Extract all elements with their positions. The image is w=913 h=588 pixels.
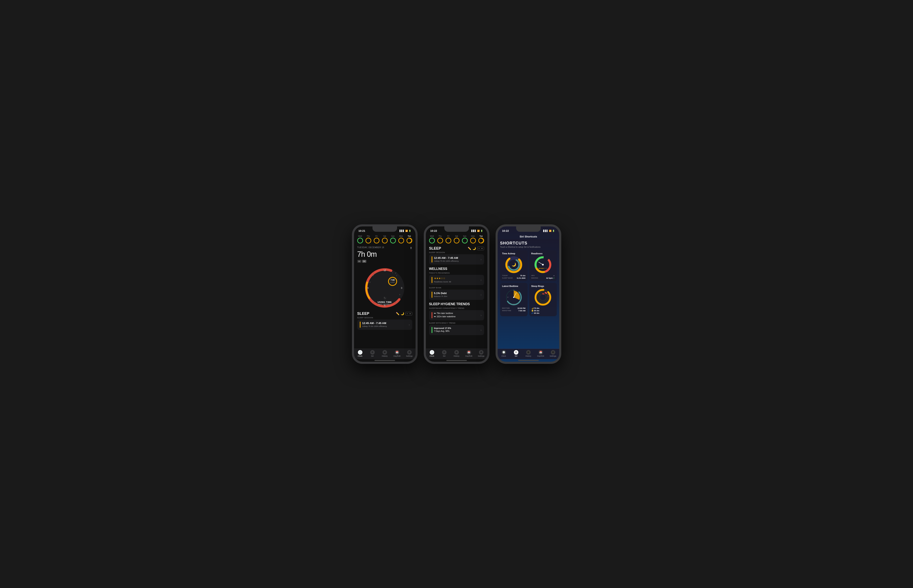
wifi-icon-p3: 📶 [549, 230, 551, 232]
shortcut-card-time-asleep[interactable]: Time Asleep 🌙 [500, 250, 528, 281]
svg-text:Z: Z [547, 296, 549, 297]
p2-day-sun[interactable]: Sun [462, 235, 468, 244]
p2-day-tue[interactable]: Tue [478, 235, 484, 244]
clock-tab-icon-p3: 🕐 [502, 350, 506, 355]
day-thu[interactable]: Thu [366, 235, 371, 244]
p2-day-mon[interactable]: Mon [470, 235, 476, 244]
plus-btn-p2[interactable]: + [481, 247, 482, 250]
bed-icon-1: 🛏 [434, 312, 436, 314]
shortcut-card-readiness[interactable]: Readiness [529, 250, 557, 281]
share-icon[interactable]: ⬆ [410, 246, 412, 250]
p2-day-sat[interactable]: Sat [454, 235, 460, 244]
phone3: 10:22 ▋▋▋ 📶 🔋 Siri Shortcuts SHORTCUTS [495, 225, 561, 364]
svg-text:1: 1 [392, 272, 393, 274]
p2-day-thu[interactable]: Thu [437, 235, 443, 244]
time-format-toggle: 12 24 [357, 260, 412, 263]
readiness-stars: ★★★☆☆ [434, 277, 451, 280]
time-asleep-title: Time Asleep [502, 252, 526, 255]
dayedit-tab-label-p2: Day/Edit [465, 355, 472, 357]
efficiency-left: Improved 17.5% 7 Days Avg. 98% [432, 327, 451, 333]
plus-minus-box-p1[interactable]: − + [405, 312, 412, 315]
readiness-info: ★★★☆☆ Readiness Score: 88 [434, 277, 451, 283]
tab-siri-p1[interactable]: ❊ Siri [367, 350, 377, 357]
today-label: TODAY [502, 275, 508, 276]
svg-text:★★★☆☆: ★★★☆☆ [538, 267, 547, 270]
svg-text:8: 8 [372, 300, 373, 302]
pencil-icon-p2[interactable]: ✏️ [468, 247, 471, 250]
bedtime-card-title: Latest Bedtime [502, 285, 526, 288]
session-card-p1[interactable]: 12:45 AM - 7:45 AM Asleep 7h 0m 100% eff… [357, 320, 412, 330]
yellow-bar-readiness [432, 277, 432, 283]
day-sat[interactable]: Sat [382, 235, 388, 244]
consistency-left: 🛏 79m later bedtime 🛏 162m later waketim… [432, 312, 456, 318]
tab-history-p2[interactable]: ⊞ History [452, 350, 462, 357]
tab-siri-p2[interactable]: ❊ Siri [439, 350, 449, 357]
tab-settings-p3[interactable]: ⚙ Settings [548, 350, 558, 357]
dayedit-tab-icon-p3: 📅 [539, 350, 543, 355]
consistency-label: SLEEP/WAKE CONSISTENCY TREND [429, 307, 484, 309]
readiness-details: HRV -- WAKING 62 bpm [531, 275, 555, 279]
phone2: 10:22 ▋▋▋ 📶 🔋 Wed Thu [424, 225, 489, 364]
bank-label-c1: SLEEP BANK [502, 277, 513, 279]
shortcuts-header: SHORTCUTS Touch a Shortcut to setup Siri… [500, 241, 557, 248]
clock-tab-icon-p2: 🕐 [430, 350, 434, 355]
tab-dayedit-p3[interactable]: 📅 Day/Edit [536, 350, 546, 357]
history-tab-label-p2: History [453, 355, 459, 357]
time-btn-24[interactable]: 24 [362, 260, 366, 263]
pencil-icon-p1[interactable]: ✏️ [396, 312, 399, 315]
waking-label: WAKING [531, 277, 538, 279]
efficiency-card[interactable]: Improved 17.5% 7 Days Avg. 98% › [429, 325, 484, 335]
tab-history-p1[interactable]: ⊞ History [380, 350, 390, 357]
consistency-card[interactable]: 🛏 79m later bedtime 🛏 162m later waketim… [429, 310, 484, 320]
chevron-readiness: › [481, 278, 482, 282]
minus-btn-p1[interactable]: − [407, 313, 408, 315]
settings-tab-icon-p3: ⚙ [551, 350, 555, 355]
svg-text:Z: Z [547, 294, 549, 296]
session-label-p1: SLEEP SESSION [357, 317, 412, 319]
plus-minus-box-p2[interactable]: − + [477, 247, 484, 250]
tab-history-p3[interactable]: ⊞ History [523, 350, 534, 357]
p2-day-wed[interactable]: Wed [429, 235, 435, 244]
time-asleep-svg: 🌙 [505, 256, 523, 273]
sleep-bank-sub: Balance 7h 35m [434, 295, 447, 297]
time-btn-12[interactable]: 12 [357, 260, 361, 263]
red-bar-consistency [432, 312, 432, 318]
history-tab-label-p3: History [525, 355, 531, 357]
day-fri[interactable]: Fri [374, 235, 379, 244]
p2-session-card[interactable]: 12:45 AM - 7:45 AM Asleep 7h 0m 100% eff… [429, 254, 484, 265]
tab-dayedit-p1[interactable]: 📅 Day/Edit [392, 350, 402, 357]
day-wed[interactable]: Wed [357, 235, 363, 244]
plus-btn-p1[interactable]: + [410, 313, 411, 315]
svg-text:12: 12 [513, 304, 515, 305]
tab-clock-p3[interactable]: 🕐 Clock [499, 350, 509, 357]
tab-clock-p2[interactable]: 🕐 Clock [427, 350, 437, 357]
tab-settings-p1[interactable]: ⚙ Settings [404, 350, 414, 357]
phone1-wrapper: 10:21 ▋▋▋ 📶 🔋 Wed Thu [352, 225, 418, 364]
day-tue[interactable]: Tue [406, 235, 412, 244]
phone2-week-nav: Wed Thu Fri Sat [426, 234, 487, 245]
signal-icon: ▋▋▋ [400, 230, 405, 232]
sleep-bank-card[interactable]: 5.1% Debt Balance 7h 35m › [429, 289, 484, 300]
tab-dayedit-p2[interactable]: 📅 Day/Edit [464, 350, 474, 357]
tab-siri-p3[interactable]: ❊ Siri [511, 350, 521, 357]
readiness-card[interactable]: ★★★☆☆ Readiness Score: 88 › [429, 275, 484, 285]
minus-btn-p2[interactable]: − [479, 247, 480, 250]
day-mon[interactable]: Mon [398, 235, 404, 244]
home-indicator-p2 [446, 360, 467, 361]
shortcut-card-sleep-rings[interactable]: Sleep Rings [529, 283, 557, 316]
star-ring-label: ⭐ 0h 0m [531, 310, 555, 312]
green-bar-efficiency [432, 327, 432, 333]
settings-tab-label-p3: Settings [550, 355, 556, 357]
chevron-consistency: › [481, 313, 482, 317]
home-indicator-p3 [518, 360, 539, 361]
tab-clock-p1[interactable]: 🕐 Clock [355, 350, 365, 357]
p2-sleep-controls: ✏️ 🌙 − + [468, 247, 484, 250]
day-sun[interactable]: Sun [390, 235, 396, 244]
p2-day-fri[interactable]: Fri [445, 235, 451, 244]
tab-settings-p2[interactable]: ⚙ Settings [476, 350, 486, 357]
p2-ring-sun [462, 238, 468, 244]
phone3-status-bar: 10:22 ▋▋▋ 📶 🔋 [498, 226, 559, 234]
svg-point-51 [539, 294, 547, 300]
shortcut-card-bedtime[interactable]: Latest Bedtime 23 [500, 283, 528, 316]
p2-session-info: 12:45 AM - 7:45 AM Asleep 7h 0m 100% eff… [434, 256, 459, 263]
